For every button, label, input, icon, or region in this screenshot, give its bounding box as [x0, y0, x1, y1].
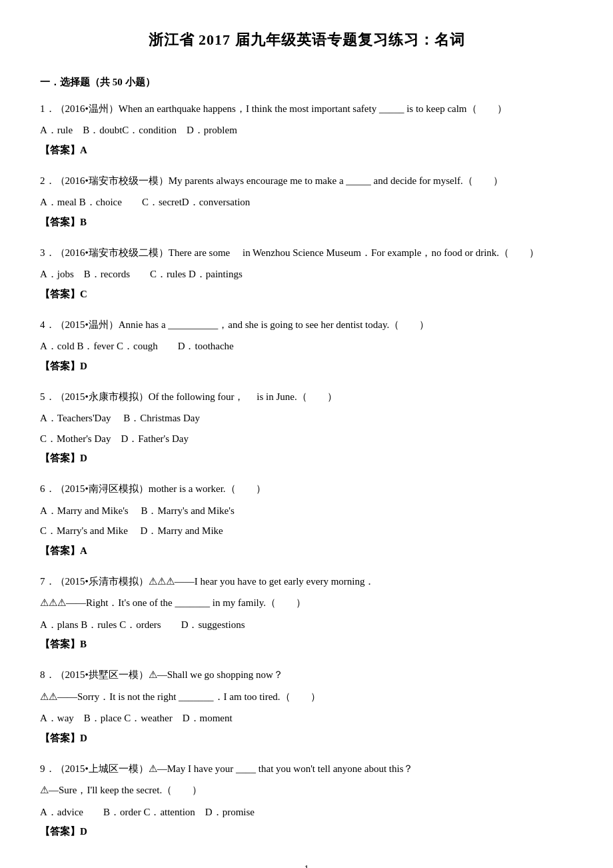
- answer-8: 【答案】D: [40, 729, 573, 747]
- section1-header: 一．选择题（共 50 小题）: [40, 73, 573, 91]
- question-block-3: 3．（2016•瑞安市校级二模）There are some in Wenzho…: [40, 243, 573, 303]
- question-block-2: 2．（2016•瑞安市校级一模）My parents always encour…: [40, 171, 573, 231]
- answer-1: 【答案】A: [40, 141, 573, 159]
- question-block-4: 4．（2015•温州）Annie has a __________，and sh…: [40, 315, 573, 375]
- options-3: A．jobs B．records C．rules D．paintings: [40, 265, 573, 284]
- question-text-9b: ⚠—Sure，I'll keep the secret.（ ）: [40, 781, 573, 800]
- options-5b: C．Mother's Day D．Father's Day: [40, 429, 573, 449]
- options-5a: A．Teachers'Day B．Christmas Day: [40, 409, 573, 428]
- page-title: 浙江省 2017 届九年级英语专题复习练习：名词: [40, 27, 573, 53]
- answer-5: 【答案】D: [40, 449, 573, 467]
- question-text-8b: ⚠⚠——Sorry．It is not the right _______．I …: [40, 687, 573, 707]
- question-block-6: 6．（2015•南浔区模拟）mother is a worker.（ ） A．M…: [40, 479, 573, 560]
- options-1: A．rule B．doubtC．condition D．problem: [40, 121, 573, 140]
- answer-6: 【答案】A: [40, 542, 573, 560]
- answer-2: 【答案】B: [40, 213, 573, 231]
- answer-7: 【答案】B: [40, 635, 573, 653]
- question-block-1: 1．（2016•温州）When an earthquake happens，I …: [40, 99, 573, 159]
- options-8: A．way B．place C．weather D．moment: [40, 709, 573, 728]
- answer-3: 【答案】C: [40, 285, 573, 303]
- page-number: 1: [40, 861, 573, 868]
- answer-9: 【答案】D: [40, 823, 573, 841]
- question-block-7: 7．（2015•乐清市模拟）⚠⚠⚠——I hear you have to ge…: [40, 572, 573, 654]
- question-text-1: 1．（2016•温州）When an earthquake happens，I …: [40, 99, 573, 119]
- question-text-4: 4．（2015•温州）Annie has a __________，and sh…: [40, 315, 573, 335]
- question-text-8a: 8．（2015•拱墅区一模）⚠—Shall we go shopping now…: [40, 665, 573, 685]
- question-text-7: 7．（2015•乐清市模拟）⚠⚠⚠——I hear you have to ge…: [40, 572, 573, 591]
- options-2: A．meal B．choice C．secretD．conversation: [40, 193, 573, 212]
- options-9: A．advice B．order C．attention D．promise: [40, 803, 573, 822]
- question-text-6: 6．（2015•南浔区模拟）mother is a worker.（ ）: [40, 479, 573, 499]
- question-text-3: 3．（2016•瑞安市校级二模）There are some in Wenzho…: [40, 243, 573, 263]
- options-6b: C．Marry's and Mike D．Marry and Mike: [40, 521, 573, 541]
- question-text-5: 5．（2015•永康市模拟）Of the following four， is …: [40, 387, 573, 407]
- options-4: A．cold B．fever C．cough D．toothache: [40, 337, 573, 356]
- question-block-9: 9．（2015•上城区一模）⚠—May I have your ____ tha…: [40, 759, 573, 841]
- question-block-8: 8．（2015•拱墅区一模）⚠—Shall we go shopping now…: [40, 665, 573, 747]
- answer-4: 【答案】D: [40, 357, 573, 375]
- question-text-9a: 9．（2015•上城区一模）⚠—May I have your ____ tha…: [40, 759, 573, 779]
- options-6a: A．Marry and Mike's B．Marry's and Mike's: [40, 501, 573, 521]
- question-dialog2-7: ⚠⚠⚠——Right．It's one of the _______ in my…: [40, 593, 573, 613]
- options-7: A．plans B．rules C．orders D．suggestions: [40, 615, 573, 635]
- question-block-5: 5．（2015•永康市模拟）Of the following four， is …: [40, 387, 573, 468]
- question-text-2: 2．（2016•瑞安市校级一模）My parents always encour…: [40, 171, 573, 191]
